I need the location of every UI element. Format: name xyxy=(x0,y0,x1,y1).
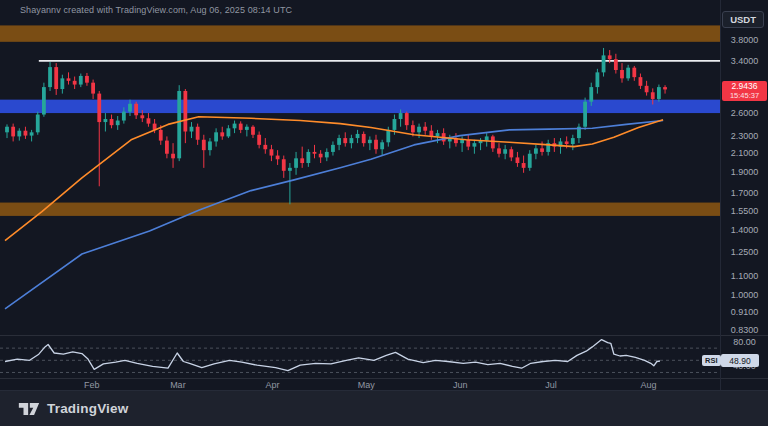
candle-body xyxy=(473,143,477,146)
candle-body xyxy=(110,119,114,125)
candle-body xyxy=(657,87,661,99)
candle-body xyxy=(337,138,341,145)
candle-body xyxy=(73,81,77,85)
candle-body xyxy=(60,78,64,89)
candle-body xyxy=(128,104,132,112)
candle-body xyxy=(288,168,292,171)
candle-body xyxy=(24,131,28,136)
candle-body xyxy=(620,70,624,78)
month-label-aug[interactable]: Aug xyxy=(641,380,657,390)
candle-body xyxy=(491,136,495,148)
candle-body xyxy=(183,91,187,132)
chart-attribution-title: Shayannv created with TradingView.com, A… xyxy=(20,5,292,15)
candle-body xyxy=(306,152,310,163)
candle-body xyxy=(122,112,126,121)
month-label-apr[interactable]: Apr xyxy=(265,380,279,390)
candle-body xyxy=(171,154,175,159)
month-label-may[interactable]: May xyxy=(358,380,375,390)
candle-body xyxy=(17,131,21,137)
rsi-indicator-label: RSI xyxy=(702,355,721,366)
price-tick-label: 1.7000 xyxy=(721,188,768,198)
candle-body xyxy=(325,152,329,157)
price-tick-label: 2.1000 xyxy=(721,148,768,158)
candle-body xyxy=(497,148,501,153)
candle-body xyxy=(116,121,120,126)
candle-body xyxy=(436,133,440,136)
tradingview-logo-icon[interactable] xyxy=(18,399,40,419)
candle-body xyxy=(608,55,612,59)
month-label-mar[interactable]: Mar xyxy=(170,380,186,390)
candle-body xyxy=(104,119,108,122)
quote-currency-label: USDT xyxy=(722,11,764,28)
rsi-value-badge: 48.90 xyxy=(721,354,759,367)
candle-body xyxy=(214,132,218,141)
candle-body xyxy=(79,76,83,85)
candle-body xyxy=(251,127,255,135)
month-label-jun[interactable]: Jun xyxy=(453,380,468,390)
candle-body xyxy=(36,115,40,133)
price-tick-label: 3.8000 xyxy=(721,35,768,45)
candle-body xyxy=(294,158,298,168)
candle-body xyxy=(596,72,600,87)
candle-body xyxy=(331,145,335,152)
candle-body xyxy=(663,87,667,89)
candle-body xyxy=(528,154,532,168)
tradingview-logo-text[interactable]: TradingView xyxy=(47,401,128,416)
lower-support-zone-band xyxy=(0,203,720,216)
candle-body xyxy=(140,115,144,118)
candle-body xyxy=(227,128,231,136)
candle-body xyxy=(386,130,390,142)
candle-countdown-timer: 15:45:37 xyxy=(722,91,767,100)
candle-body xyxy=(91,83,95,94)
candle-body xyxy=(626,68,630,79)
price-tick-label: 1.5500 xyxy=(721,206,768,216)
price-tick-label: 0.8300 xyxy=(721,325,768,335)
candle-body xyxy=(540,148,544,152)
candle-body xyxy=(245,127,249,130)
candle-body xyxy=(42,87,46,114)
candle-body xyxy=(202,140,206,150)
price-tick-label: 2.6000 xyxy=(721,108,768,118)
price-axis-scale[interactable]: USDT 3.80003.40002.60002.30002.10001.900… xyxy=(720,0,768,390)
mid-supply-zone-band xyxy=(0,100,720,113)
price-tick-label: 1.1000 xyxy=(721,271,768,281)
candle-body xyxy=(263,145,267,149)
candle-body xyxy=(350,138,354,143)
candle-body xyxy=(516,157,520,163)
candle-body xyxy=(54,67,58,89)
candle-body xyxy=(509,149,513,157)
candle-body xyxy=(282,159,286,171)
tradingview-chart-window: Shayannv created with TradingView.com, A… xyxy=(0,0,768,426)
last-price-value: 2.9436 xyxy=(722,82,767,91)
price-tick-label: 1.9000 xyxy=(721,167,768,177)
candle-body xyxy=(343,138,347,143)
candle-body xyxy=(503,149,507,153)
candle-body xyxy=(233,124,237,129)
candle-body xyxy=(362,134,366,143)
candle-body xyxy=(356,134,360,138)
candle-body xyxy=(602,55,606,72)
candle-body xyxy=(651,92,655,99)
candle-body xyxy=(571,138,575,144)
ma-fast-line xyxy=(5,117,663,241)
candle-body xyxy=(11,127,15,137)
month-label-jul[interactable]: Jul xyxy=(545,380,557,390)
candle-body xyxy=(270,149,274,155)
month-label-feb[interactable]: Feb xyxy=(84,380,100,390)
candle-body xyxy=(614,59,618,70)
candle-body xyxy=(257,135,261,145)
candle-body xyxy=(522,163,526,168)
candle-body xyxy=(639,77,643,86)
price-tick-label: 1.4000 xyxy=(721,225,768,235)
candle-body xyxy=(411,125,415,132)
candle-body xyxy=(319,154,323,158)
last-price-badge[interactable]: 2.9436 15:45:37 xyxy=(722,81,767,101)
rsi-line xyxy=(5,340,660,371)
price-tick-label: 3.4000 xyxy=(721,56,768,66)
candle-body xyxy=(374,140,378,150)
candle-body xyxy=(196,127,200,140)
chart-canvas[interactable] xyxy=(0,0,768,390)
candle-body xyxy=(368,140,372,143)
candle-body xyxy=(85,76,89,83)
candle-body xyxy=(48,67,52,87)
